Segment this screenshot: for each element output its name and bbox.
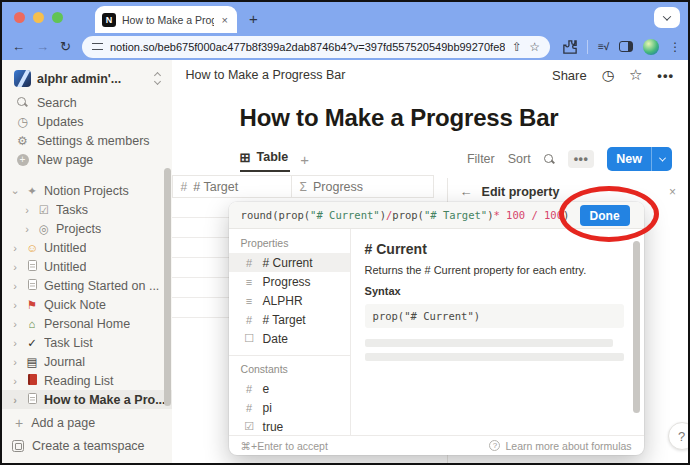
chevron-right-icon[interactable]: › [10, 356, 20, 368]
property-item-progress[interactable]: ≡ Progress [229, 272, 350, 291]
share-icon[interactable]: ⇧ [512, 40, 522, 54]
url-text[interactable]: notion.so/beb675f000ac477b8f399a2dab8746… [110, 41, 505, 53]
browser-tab[interactable]: N How to Make a Progress Bar × [95, 6, 237, 33]
learn-more-link[interactable]: ? Learn more about formulas [489, 440, 631, 452]
sidebar-item-updates[interactable]: ◷ Updates [2, 112, 172, 131]
create-teamspace-button[interactable]: Create a teamspace [2, 437, 172, 455]
doc-description: Returns the # Current property for each … [365, 264, 624, 276]
page-more-icon[interactable]: ••• [657, 68, 674, 83]
sidebar-item-settings[interactable]: ⚙ Settings & members [2, 131, 172, 150]
new-dropdown-icon[interactable] [652, 147, 672, 171]
sidebar-item-journal[interactable]: › ▤ Journal [2, 352, 172, 371]
property-item-current[interactable]: # # Current [229, 253, 350, 272]
properties-section-label: Properties [229, 237, 350, 253]
sidebar-tree: ⌄ ✦ Notion Projects › ☑ Tasks › ◎ Projec… [2, 181, 172, 409]
done-button[interactable]: Done [580, 205, 630, 226]
search-icon[interactable] [544, 154, 555, 165]
add-page-button[interactable]: + Add a page [2, 413, 172, 433]
sidebar-item-projects[interactable]: › ◎ Projects [2, 219, 172, 238]
sort-button[interactable]: Sort [508, 152, 531, 166]
back-button[interactable]: ← [12, 39, 25, 54]
notebook-icon: ▤ [24, 355, 40, 369]
chevron-right-icon[interactable]: › [10, 261, 20, 273]
history-clock-icon[interactable]: ◷ [602, 67, 614, 83]
property-item-date[interactable]: ☐ Date [229, 329, 350, 348]
tab-table-view[interactable]: ⊞ Table [240, 146, 291, 172]
browser-menu-icon[interactable]: ⋮ [669, 40, 681, 54]
column-header-progress[interactable]: Σ Progress [292, 176, 434, 197]
sidebar-item-notion-projects[interactable]: ⌄ ✦ Notion Projects [2, 181, 172, 200]
favorite-star-icon[interactable]: ☆ [629, 66, 642, 84]
chevron-down-icon[interactable]: ⌄ [10, 184, 20, 197]
constant-item-pi[interactable]: # pi [229, 398, 350, 417]
sidebar-item-how-to-make-progress-bar[interactable]: › How to Make a Pro... [2, 390, 172, 409]
zoom-window-button[interactable] [52, 12, 63, 23]
edit-property-header: ← Edit property × [448, 178, 688, 205]
new-tab-button[interactable]: + [249, 9, 258, 29]
filter-button[interactable]: Filter [467, 152, 495, 166]
sidebar-item-quick-note[interactable]: › ⚑ Quick Note [2, 295, 172, 314]
chevron-right-icon[interactable]: › [10, 375, 20, 387]
profile-avatar[interactable] [643, 39, 659, 55]
sidebar-item-untitled[interactable]: › Untitled [2, 257, 172, 276]
formula-editor-popup: round(prop("# Current") / prop("# Target… [229, 202, 644, 455]
column-header-target[interactable]: # # Target [172, 176, 292, 197]
add-view-button[interactable]: + [300, 151, 309, 168]
side-panel-icon[interactable] [619, 41, 633, 52]
formula-input[interactable]: round(prop("# Current") / prop("# Target… [229, 202, 644, 229]
sidebar-item-new-page[interactable]: + New page [2, 150, 172, 169]
share-button[interactable]: Share [552, 68, 587, 83]
chevron-right-icon[interactable]: › [22, 223, 32, 235]
search-icon [15, 97, 30, 108]
back-arrow-icon[interactable]: ← [460, 184, 473, 199]
site-settings-icon[interactable] [92, 43, 103, 50]
minimize-window-button[interactable] [33, 12, 44, 23]
text-icon: ≡ [243, 295, 256, 307]
new-button[interactable]: New [607, 147, 672, 171]
sidebar-item-task-list[interactable]: › ✓ Task List [2, 333, 172, 352]
close-window-button[interactable] [14, 12, 25, 23]
window-controls[interactable] [14, 12, 63, 23]
notion-favicon: N [102, 13, 116, 27]
refresh-button[interactable]: ↻ [60, 39, 71, 54]
notion-app: alphr admin'... Search ◷ Updates ⚙ Setti… [2, 60, 688, 463]
sidebar-item-search[interactable]: Search [2, 93, 172, 112]
workspace-name: alphr admin'... [37, 72, 149, 86]
property-item-target[interactable]: # # Target [229, 310, 350, 329]
sidebar-item-reading-list[interactable]: › Reading List [2, 371, 172, 390]
breadcrumb[interactable]: How to Make a Progress Bar [186, 68, 346, 82]
sidebar-scrollbar[interactable] [164, 168, 171, 406]
chevron-right-icon[interactable]: › [22, 204, 32, 216]
address-bar[interactable]: notion.so/beb675f000ac477b8f399a2dab8746… [82, 36, 550, 58]
chevron-right-icon[interactable]: › [10, 394, 20, 406]
constant-item-true[interactable]: ☑ true [229, 417, 350, 435]
sidebar-item-untitled-emoji[interactable]: › ☺ Untitled [2, 238, 172, 257]
section-divider [229, 355, 350, 356]
extensions-puzzle-icon[interactable] [563, 40, 577, 54]
page-icon [24, 393, 40, 406]
sidebar-item-personal-home[interactable]: › ⌂ Personal Home [2, 314, 172, 333]
chevron-right-icon[interactable]: › [10, 337, 20, 349]
view-more-icon[interactable]: ••• [568, 150, 595, 168]
popup-scrollbar[interactable] [633, 241, 640, 413]
tab-overflow-button[interactable] [654, 7, 680, 28]
workspace-switcher[interactable]: alphr admin'... [2, 68, 172, 93]
forward-button[interactable]: → [36, 39, 49, 54]
extension-shortcut-icon[interactable]: ≡√ [598, 41, 609, 52]
bookmark-star-icon[interactable]: ☆ [529, 40, 540, 54]
chevron-right-icon[interactable]: › [10, 318, 20, 330]
plus-circle-icon: + [15, 154, 30, 166]
property-item-alphr[interactable]: ≡ ALPHR [229, 291, 350, 310]
create-teamspace-label: Create a teamspace [32, 439, 145, 453]
close-icon[interactable]: × [669, 185, 676, 199]
chevron-right-icon[interactable]: › [10, 299, 20, 311]
sidebar-item-tasks[interactable]: › ☑ Tasks [2, 200, 172, 219]
tab-close-icon[interactable]: × [220, 14, 230, 26]
table-header: # # Target Σ Progress [172, 175, 434, 198]
constant-item-e[interactable]: # e [229, 379, 350, 398]
chevron-right-icon[interactable]: › [10, 280, 20, 292]
sidebar-item-getting-started[interactable]: › Getting Started on ... [2, 276, 172, 295]
sidebar-item-label: Updates [37, 115, 84, 129]
page-topbar: How to Make a Progress Bar Share ◷ ☆ ••• [172, 60, 688, 90]
chevron-right-icon[interactable]: › [10, 242, 20, 254]
